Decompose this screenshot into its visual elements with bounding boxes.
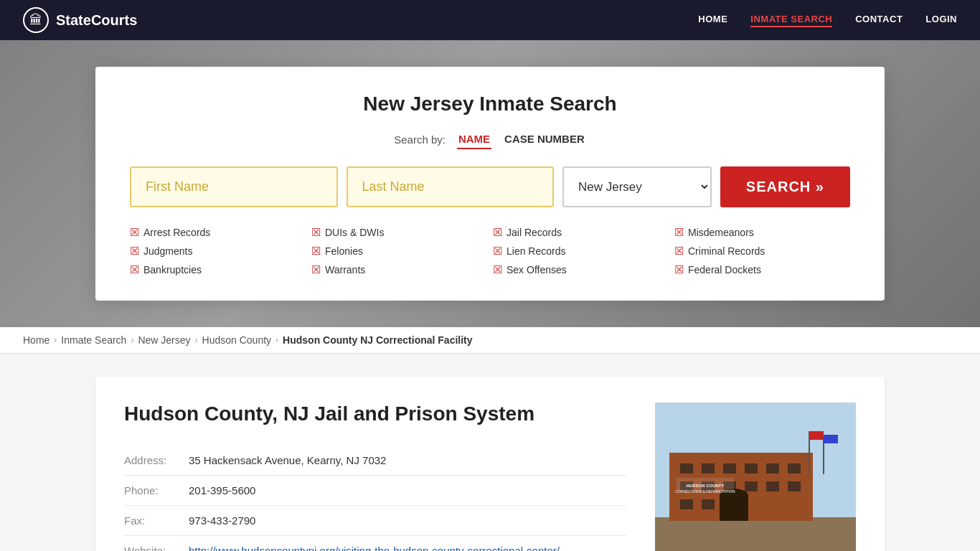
svg-rect-14 (766, 481, 779, 491)
last-name-input[interactable] (347, 166, 555, 207)
first-name-input[interactable] (130, 166, 338, 207)
checklist-item: ☒Arrest Records (130, 225, 306, 240)
breadcrumb-sep-1: › (54, 335, 57, 345)
logo-text: StateCourts (56, 12, 137, 29)
search-inputs-row: New Jersey New York California Texas Flo… (130, 166, 850, 207)
breadcrumb-hudson-county[interactable]: Hudson County (202, 334, 272, 346)
address-row: Address: 35 Hackensack Avenue, Kearny, N… (124, 446, 626, 476)
search-card: New Jersey Inmate Search Search by: NAME… (95, 67, 885, 301)
breadcrumb-sep-3: › (195, 335, 198, 345)
facility-title: Hudson County, NJ Jail and Prison System (124, 402, 626, 425)
svg-rect-15 (788, 481, 801, 491)
website-row: Website: http://www.hudsoncountynj.org/v… (124, 536, 626, 551)
search-by-label: Search by: (394, 133, 446, 146)
phone-value: 201-395-5600 (189, 484, 255, 496)
check-icon: ☒ (311, 245, 321, 258)
svg-rect-8 (766, 463, 779, 474)
svg-text:HUDSON COUNTY: HUDSON COUNTY (686, 484, 724, 488)
check-icon: ☒ (674, 245, 684, 258)
breadcrumb-sep-4: › (275, 335, 278, 345)
search-card-title: New Jersey Inmate Search (130, 93, 850, 116)
check-icon: ☒ (311, 226, 321, 239)
content-main: Hudson County, NJ Jail and Prison System… (124, 402, 626, 551)
svg-rect-6 (723, 463, 736, 474)
facility-image: HUDSON COUNTY CORRECTIONS & REHABILITATI… (655, 402, 856, 551)
phone-label: Phone: (124, 484, 189, 496)
check-icon: ☒ (674, 263, 684, 276)
checklist-item: ☒Warrants (311, 262, 487, 278)
breadcrumb-sep-2: › (131, 335, 133, 345)
svg-rect-16 (680, 499, 693, 509)
breadcrumb-new-jersey[interactable]: New Jersey (138, 334, 190, 346)
checklist-item: ☒Judgments (130, 243, 306, 259)
checklist-item: ☒Misdemeanors (674, 225, 850, 240)
logo-icon: 🏛 (23, 7, 49, 33)
tab-name[interactable]: NAME (457, 130, 491, 149)
breadcrumb-home[interactable]: Home (23, 334, 50, 346)
facility-image-container: HUDSON COUNTY CORRECTIONS & REHABILITATI… (655, 402, 856, 551)
svg-rect-7 (745, 463, 758, 474)
website-label: Website: (124, 545, 189, 551)
checklist-item: ☒Lien Records (493, 243, 669, 259)
search-button[interactable]: SEARCH » (720, 166, 850, 207)
check-icon: ☒ (493, 226, 502, 239)
check-icon: ☒ (674, 226, 684, 239)
svg-rect-5 (702, 463, 715, 474)
svg-rect-13 (745, 481, 758, 491)
svg-rect-17 (702, 499, 715, 509)
nav-login[interactable]: LOGIN (925, 14, 957, 27)
svg-text:CORRECTIONS & REHABILITATION: CORRECTIONS & REHABILITATION (675, 489, 735, 494)
checklist-item: ☒Bankruptcies (130, 262, 306, 278)
content-area: Hudson County, NJ Jail and Prison System… (0, 354, 980, 551)
nav-contact[interactable]: CONTACT (855, 14, 903, 27)
phone-row: Phone: 201-395-5600 (124, 476, 626, 506)
address-label: Address: (124, 454, 189, 466)
svg-rect-1 (655, 517, 856, 551)
svg-rect-24 (824, 435, 838, 443)
check-icon: ☒ (130, 245, 139, 258)
breadcrumb-current: Hudson County NJ Correctional Facility (283, 334, 472, 346)
checklist-item: ☒Jail Records (493, 225, 669, 240)
checklist: ☒Arrest Records☒DUIs & DWIs☒Jail Records… (130, 225, 850, 278)
hero-section: COURTHOUSE New Jersey Inmate Search Sear… (0, 40, 980, 327)
check-icon: ☒ (493, 263, 502, 276)
header: 🏛 StateCourts HOME INMATE SEARCH CONTACT… (0, 0, 980, 40)
search-by-row: Search by: NAME CASE NUMBER (130, 130, 850, 149)
state-select[interactable]: New Jersey New York California Texas Flo… (562, 166, 712, 207)
nav: HOME INMATE SEARCH CONTACT LOGIN (698, 14, 957, 27)
check-icon: ☒ (130, 263, 139, 276)
check-icon: ☒ (311, 263, 321, 276)
address-value: 35 Hackensack Avenue, Kearny, NJ 7032 (189, 454, 386, 466)
breadcrumb: Home › Inmate Search › New Jersey › Huds… (0, 327, 980, 354)
checklist-item: ☒Sex Offenses (493, 262, 669, 278)
fax-row: Fax: 973-433-2790 (124, 506, 626, 536)
check-icon: ☒ (130, 226, 139, 239)
tab-case-number[interactable]: CASE NUMBER (503, 130, 586, 149)
checklist-item: ☒DUIs & DWIs (311, 225, 487, 240)
svg-rect-4 (680, 463, 693, 474)
checklist-item: ☒Felonies (311, 243, 487, 259)
fax-value: 973-433-2790 (189, 514, 255, 527)
nav-home[interactable]: HOME (698, 14, 727, 27)
svg-rect-9 (788, 463, 801, 474)
svg-rect-22 (809, 431, 824, 440)
check-icon: ☒ (493, 245, 502, 258)
logo[interactable]: 🏛 StateCourts (23, 7, 137, 33)
fax-label: Fax: (124, 514, 189, 527)
checklist-item: ☒Criminal Records (674, 243, 850, 259)
website-link[interactable]: http://www.hudsoncountynj.org/visiting-t… (189, 545, 560, 551)
nav-inmate-search[interactable]: INMATE SEARCH (750, 14, 832, 27)
breadcrumb-inmate-search[interactable]: Inmate Search (61, 334, 126, 346)
checklist-item: ☒Federal Dockets (674, 262, 850, 278)
content-card: Hudson County, NJ Jail and Prison System… (95, 377, 885, 551)
